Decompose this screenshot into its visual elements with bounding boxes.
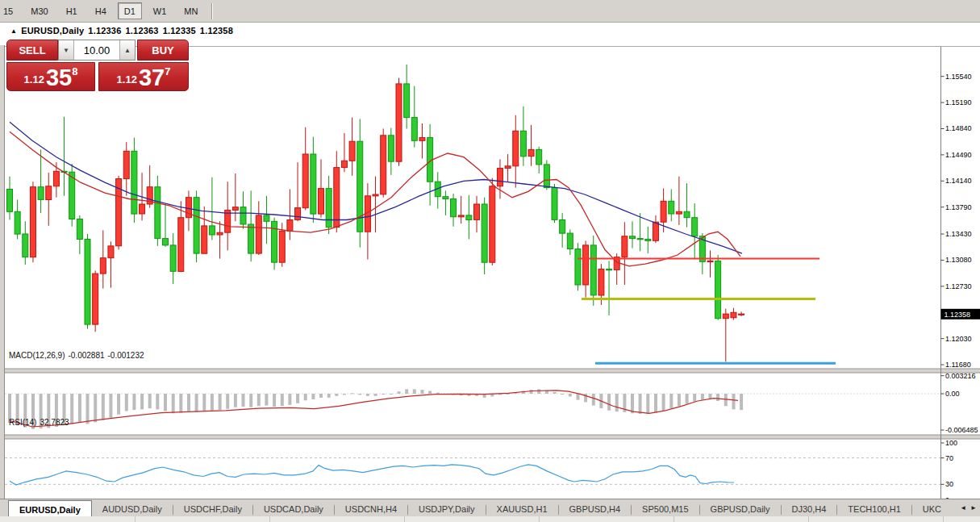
macd-indicator-label: MACD(12,26,9)-0.002881-0.001232 <box>9 351 148 360</box>
timeframe-button-h4[interactable]: H4 <box>89 2 113 19</box>
tab-scroll-left-icon[interactable]: ◄ <box>960 504 966 512</box>
tab-sp500-m15[interactable]: SP500,M15 <box>632 501 699 517</box>
sell-price-display[interactable]: 1.12358 <box>6 62 95 91</box>
tab-eurusd-daily[interactable]: EURUSD,Daily <box>8 500 92 517</box>
strip-line <box>673 516 674 522</box>
svg-text:1.14490: 1.14490 <box>945 151 972 159</box>
workspace-bottom-strip <box>0 516 980 522</box>
strip-line <box>404 516 405 522</box>
sell-big-figure: 1.12 <box>24 73 44 86</box>
svg-text:1.12358: 1.12358 <box>945 311 971 319</box>
panel-separator[interactable] <box>0 435 980 439</box>
timeframe-button-m30[interactable]: M30 <box>24 2 54 19</box>
tab-xauusd-h1[interactable]: XAUUSD,H1 <box>486 501 558 517</box>
svg-text:1.11680: 1.11680 <box>945 361 971 369</box>
buy-price-display[interactable]: 1.12377 <box>98 62 189 91</box>
macd-axis-label: -0.006485 <box>945 426 978 434</box>
rsi-axis-label: 100 <box>945 439 957 447</box>
rsi-value: 32.7823 <box>40 418 69 427</box>
bar-direction-icon: ▲ <box>10 27 17 35</box>
tab-audusd-daily[interactable]: AUDUSD,Daily <box>92 501 173 517</box>
price-axis: 1.155401.151901.148401.144901.141401.137… <box>941 73 980 369</box>
svg-text:1.13080: 1.13080 <box>945 256 972 264</box>
toolbar-separator <box>211 3 213 19</box>
strip-line <box>269 516 270 522</box>
chart-window: 1.155401.151901.148401.144901.141401.137… <box>0 23 980 499</box>
svg-text:1.15540: 1.15540 <box>945 73 972 81</box>
tab-ukc[interactable]: UKC <box>912 501 952 517</box>
tab-usdcnh-h4[interactable]: USDCNH,H4 <box>335 501 407 517</box>
tab-usdchf-daily[interactable]: USDCHF,Daily <box>173 501 252 517</box>
sell-pipette: 8 <box>72 65 77 77</box>
chart-canvas[interactable]: 1.155401.151901.148401.144901.141401.137… <box>0 45 980 521</box>
timeframe-button-15[interactable]: 15 <box>0 2 19 19</box>
tab-usdjpy-daily[interactable]: USDJPY,Daily <box>408 501 486 517</box>
panel-separator[interactable] <box>0 369 980 373</box>
macd-signal-value: -0.001232 <box>108 351 144 360</box>
chart-ohlc-header: ▲EURUSD,Daily1.123361.123631.123351.1235… <box>10 26 237 35</box>
buy-pips: 37 <box>139 67 165 88</box>
timeframe-button-mn[interactable]: MN <box>177 2 204 19</box>
one-click-trading-panel: SELL ▼ 10.00 ▲ BUY 1.12358 1.12377 <box>6 40 189 91</box>
buy-pipette: 7 <box>165 65 170 77</box>
window-left-edge <box>0 45 5 521</box>
volume-stepper: ▼ 10.00 ▲ <box>58 40 136 61</box>
tab-scroll-arrows: ◄ ► <box>960 504 977 512</box>
timeframe-button-h1[interactable]: H1 <box>60 2 84 19</box>
rsi-axis-label: 30 <box>945 480 953 488</box>
trading-terminal-window: 15M30H1H4D1W1MN 1.155401.151901.148401.1… <box>0 0 980 522</box>
macd-main-value: -0.002881 <box>68 351 104 360</box>
tab-gbpusd-h4[interactable]: GBPUSD,H4 <box>559 501 632 517</box>
buy-big-figure: 1.12 <box>117 73 137 86</box>
strip-line <box>135 516 136 522</box>
rsi-axis-label: 70 <box>945 454 953 462</box>
timeframe-toolbar: 15M30H1H4D1W1MN <box>0 0 980 23</box>
tab-dj30-h4[interactable]: DJ30,H4 <box>782 501 837 517</box>
timeframe-button-d1[interactable]: D1 <box>118 2 142 19</box>
volume-input[interactable]: 10.00 <box>74 40 119 60</box>
svg-text:1.12030: 1.12030 <box>945 335 972 343</box>
volume-decrease-button[interactable]: ▼ <box>59 40 74 60</box>
ohlc-low: 1.12335 <box>163 26 196 35</box>
macd-axis-label: 0.003216 <box>945 372 976 380</box>
tab-scroll-right-icon[interactable]: ► <box>970 504 977 512</box>
svg-text:1.14840: 1.14840 <box>945 124 972 132</box>
svg-text:1.15190: 1.15190 <box>945 98 972 106</box>
svg-text:1.12730: 1.12730 <box>945 282 972 290</box>
tab-gbpusd-daily[interactable]: GBPUSD,Daily <box>700 501 781 517</box>
svg-text:1.13790: 1.13790 <box>945 203 972 211</box>
macd-axis-label: 0.00 <box>945 390 960 398</box>
ohlc-high: 1.12363 <box>126 26 159 35</box>
chart-tabs: EURUSD,DailyAUDUSD,DailyUSDCHF,DailyUSDC… <box>8 499 952 517</box>
tab-usdcad-daily[interactable]: USDCAD,Daily <box>253 501 334 517</box>
tab-tech100-h1[interactable]: TECH100,H1 <box>837 501 911 517</box>
strip-line <box>539 516 540 522</box>
volume-increase-button[interactable]: ▲ <box>119 40 135 60</box>
macd-histogram <box>8 389 743 428</box>
rsi-indicator-label: RSI(14)32.7823 <box>9 418 73 427</box>
macd-title: MACD(12,26,9) <box>9 351 65 360</box>
buy-button[interactable]: BUY <box>137 40 189 61</box>
svg-text:1.13430: 1.13430 <box>945 230 972 238</box>
ohlc-open: 1.12336 <box>88 26 121 35</box>
svg-text:1.14140: 1.14140 <box>945 177 972 185</box>
strip-line <box>943 516 944 522</box>
sell-pips: 35 <box>46 67 72 88</box>
strip-line <box>808 516 809 522</box>
ohlc-close: 1.12358 <box>200 26 233 35</box>
timeframe-button-w1[interactable]: W1 <box>147 2 173 19</box>
rsi-title: RSI(14) <box>9 418 36 427</box>
candlesticks <box>7 65 744 362</box>
chart-symbol-label: EURUSD,Daily <box>21 26 84 35</box>
sell-button[interactable]: SELL <box>6 40 58 61</box>
rsi-line <box>10 465 734 485</box>
